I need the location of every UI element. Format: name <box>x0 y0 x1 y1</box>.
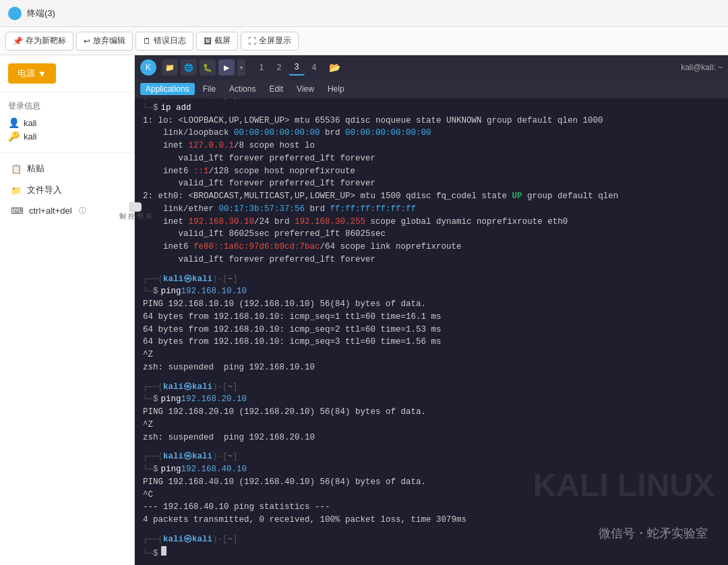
cursor <box>161 546 166 556</box>
output-7: 2: eth0: <BROADCAST,MULTICAST,UP,LOWER_U… <box>143 190 720 203</box>
terminal-tabs: 1 2 3 4 📂 <box>253 59 342 76</box>
prompt-cmd-4: └─$ ping 192.168.40.10 <box>143 463 720 476</box>
file-import-icon: 📁 <box>11 185 22 196</box>
sidebar-actions: 📋 粘贴 📁 文件导入 ⌨ ctrl+alt+del ⓘ <box>0 153 134 225</box>
bug-icon-btn[interactable]: 🐛 <box>200 59 216 76</box>
error-log-button[interactable]: 🗒 错误日志 <box>135 32 193 51</box>
paste-label: 粘贴 <box>27 162 44 175</box>
toolbar: 📌 存为新靶标 ↩ 放弃编辑 🗒 错误日志 🖼 截屏 ⛶ 全屏显示 <box>0 27 728 55</box>
output-4: valid_lft forever preferred_lft forever <box>143 152 720 165</box>
output-8: link/ether 00:17:3b:57:37:56 brd ff:ff:f… <box>143 203 720 216</box>
output-2: link/loopback 00:00:00:00:00:00 brd 00:0… <box>143 127 720 140</box>
output-21: zsh: suspended ping 192.168.20.10 <box>143 432 720 444</box>
menu-actions[interactable]: Actions <box>224 83 261 95</box>
title-bar: 终端(3) <box>0 0 728 27</box>
file-import-action[interactable]: 📁 文件导入 <box>8 180 126 200</box>
prompt-cmd-1: └─$ ip add <box>143 102 720 115</box>
prompt-cmd-3: └─$ ping 192.168.20.10 <box>143 393 720 406</box>
terminal-user-info: kali@kali: ~ <box>681 63 723 72</box>
power-button[interactable]: 电源 ▼ <box>8 63 56 84</box>
prompt-cmd-2: └─$ ping 192.168.10.10 <box>143 285 720 298</box>
ctrl-alt-del-action[interactable]: ⌨ ctrl+alt+del ⓘ <box>8 202 126 220</box>
files-icon-btn[interactable]: 📁 <box>162 59 178 76</box>
key-icon: 🔑 <box>8 131 20 142</box>
output-14: 64 bytes from 192.168.10.10: icmp_seq=1 … <box>143 311 720 324</box>
menu-applications[interactable]: Applications <box>140 83 195 95</box>
output-9: inet 192.168.30.10/24 brd 192.168.30.255… <box>143 216 720 229</box>
terminal-tab-icons: 📁 🌐 🐛 ▶ ▾ <box>162 59 245 76</box>
save-target-button[interactable]: 📌 存为新靶标 <box>5 32 73 51</box>
output-20: ^Z <box>143 419 720 432</box>
login-info-section: 登录信息 👤 kali 🔑 kali <box>0 92 134 153</box>
terminal-area: K 📁 🌐 🐛 ▶ ▾ 1 2 3 4 📂 kali@kali: ~ Appli… <box>135 55 728 565</box>
sidebar: 电源 ▼ 登录信息 👤 kali 🔑 kali 📋 粘贴 📁 文件导入 <box>0 55 135 565</box>
output-11: inet6 fe80::1a6c:97d6:b9cd:7bac/64 scope… <box>143 241 720 254</box>
output-17: ^Z <box>143 349 720 361</box>
output-24: --- 192.168.40.10 ping statistics --- <box>143 501 720 514</box>
keyboard-icon: ⌨ <box>11 206 24 216</box>
prompt-cmd-5: └─$ <box>143 546 720 560</box>
tab-3[interactable]: 3 <box>289 59 305 76</box>
menu-view[interactable]: View <box>291 83 320 95</box>
gap-4 <box>143 527 720 533</box>
output-25: 4 packets transmitted, 0 received, 100% … <box>143 514 720 527</box>
app-icon <box>8 7 22 20</box>
power-button-area: 电源 ▼ <box>0 55 134 92</box>
gap-1 <box>143 266 720 273</box>
tab-2[interactable]: 2 <box>271 59 287 76</box>
output-23: ^C <box>143 489 720 502</box>
screenshot-button[interactable]: 🖼 截屏 <box>196 32 238 51</box>
tab-1[interactable]: 1 <box>253 59 270 76</box>
window-title: 终端(3) <box>27 7 55 20</box>
output-5: inet6 ::1/128 scope host noprefixroute <box>143 165 720 178</box>
info-icon: ⓘ <box>79 206 86 216</box>
terminal-dropdown[interactable]: ▾ <box>237 59 245 76</box>
prompt-line-2: ┌──(kali㉿kali)-[~] <box>143 273 720 286</box>
menu-edit[interactable]: Edit <box>264 83 289 95</box>
terminal-menu-bar: Applications File Actions Edit View Help <box>135 80 728 98</box>
output-13: PING 192.168.10.10 (192.168.10.10) 56(84… <box>143 298 720 311</box>
output-18: zsh: suspended ping 192.168.10.10 <box>143 361 720 374</box>
output-10: valid_lft 86025sec preferred_lft 86025se… <box>143 228 720 241</box>
login-password-row: 🔑 kali <box>8 131 126 142</box>
fullscreen-button[interactable]: ⛶ 全屏显示 <box>241 32 299 51</box>
output-15: 64 bytes from 192.168.10.10: icmp_seq=2 … <box>143 324 720 336</box>
output-12: valid_lft forever preferred_lft forever <box>143 254 720 266</box>
main-layout: 电源 ▼ 登录信息 👤 kali 🔑 kali 📋 粘贴 📁 文件导入 <box>0 55 728 565</box>
instance-control-tab[interactable]: 实例控制 <box>129 202 142 212</box>
discard-edit-button[interactable]: ↩ 放弃编辑 <box>76 32 133 51</box>
output-19: PING 192.168.20.10 (192.168.20.10) 56(84… <box>143 406 720 419</box>
terminal-icon-btn[interactable]: ▶ <box>218 59 235 76</box>
globe-icon-btn[interactable]: 🌐 <box>181 59 197 76</box>
terminal-content[interactable]: ┌──(kali㉿kali)-[~] └─$ ip add 1: lo: <LO… <box>135 98 728 565</box>
tab-4[interactable]: 4 <box>306 59 322 76</box>
output-3: inet 127.0.0.1/8 scope host lo <box>143 140 720 152</box>
prompt-line-4: ┌──(kali㉿kali)-[~] <box>143 450 720 463</box>
output-6: valid_lft forever preferred_lft forever <box>143 177 720 190</box>
menu-file[interactable]: File <box>198 83 221 95</box>
file-import-label: 文件导入 <box>27 184 62 196</box>
prompt-line-5: ┌──(kali㉿kali)-[~] <box>143 533 720 546</box>
output-16: 64 bytes from 192.168.10.10: icmp_seq=3 … <box>143 336 720 349</box>
menu-help[interactable]: Help <box>322 83 350 95</box>
login-info-title: 登录信息 <box>8 100 126 112</box>
output-1: 1: lo: <LOOPBACK,UP,LOWER_UP> mtu 65536 … <box>143 115 720 127</box>
tab-folder-icon[interactable]: 📂 <box>326 59 342 76</box>
output-22: PING 192.168.40.10 (192.168.40.10) 56(84… <box>143 476 720 489</box>
terminal-top-bar: K 📁 🌐 🐛 ▶ ▾ 1 2 3 4 📂 kali@kali: ~ <box>135 55 728 80</box>
gap-3 <box>143 444 720 450</box>
prompt-line-3: ┌──(kali㉿kali)-[~] <box>143 381 720 394</box>
paste-icon: 📋 <box>11 164 22 174</box>
login-password: kali <box>24 131 37 142</box>
paste-action[interactable]: 📋 粘贴 <box>8 158 126 179</box>
ctrl-alt-del-label: ctrl+alt+del <box>29 206 72 216</box>
login-user-row: 👤 kali <box>8 117 126 128</box>
kali-icon: K <box>140 59 156 76</box>
user-icon: 👤 <box>8 117 20 128</box>
login-username: kali <box>24 118 37 128</box>
gap-2 <box>143 374 720 381</box>
